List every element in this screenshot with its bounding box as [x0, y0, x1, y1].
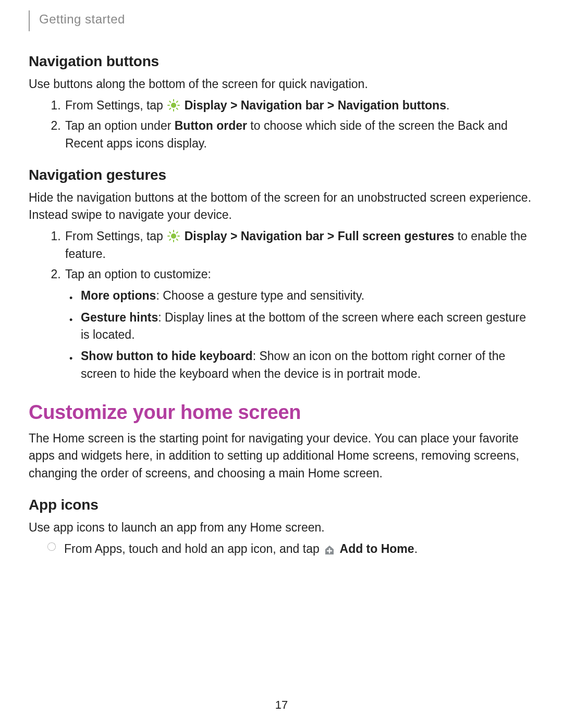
text: From Settings, tap — [65, 229, 166, 243]
app-icons-list: From Apps, touch and hold an app icon, a… — [29, 540, 534, 558]
text: From Apps, touch and hold an app icon, a… — [64, 542, 323, 556]
text: Tap an option to customize: — [65, 267, 211, 281]
bold-term: Gesture hints — [81, 311, 158, 324]
nav-gestures-steps: From Settings, tap Display > Navigation … — [29, 228, 534, 382]
page-content: Navigation buttons Use buttons along the… — [29, 51, 534, 558]
svg-line-15 — [177, 239, 178, 240]
heading-nav-buttons: Navigation buttons — [29, 51, 534, 72]
svg-line-5 — [170, 101, 171, 102]
svg-line-6 — [177, 108, 178, 109]
bold-path: Display > Navigation bar > Full screen g… — [185, 229, 455, 243]
svg-point-0 — [171, 103, 176, 108]
gesture-options-list: More options: Choose a gesture type and … — [65, 287, 534, 382]
bold-term: Button order — [175, 119, 247, 132]
text: . — [446, 98, 449, 112]
nav-buttons-step-1: From Settings, tap Display > Navigation … — [64, 97, 534, 114]
list-item: Gesture hints: Display lines at the bott… — [81, 309, 534, 344]
list-item: More options: Choose a gesture type and … — [81, 287, 534, 304]
text: From Settings, tap — [65, 98, 166, 112]
text: . — [414, 542, 418, 556]
heading-nav-gestures: Navigation gestures — [29, 165, 534, 186]
bold-term: More options — [81, 289, 156, 302]
text: : Choose a gesture type and sensitivity. — [156, 289, 364, 302]
display-settings-icon — [167, 99, 180, 112]
display-settings-icon — [167, 230, 180, 242]
nav-buttons-intro: Use buttons along the bottom of the scre… — [29, 76, 534, 93]
heading-app-icons: App icons — [29, 495, 534, 516]
svg-line-8 — [177, 101, 178, 102]
nav-gestures-step-2: Tap an option to customize: More options… — [64, 266, 534, 382]
svg-line-7 — [170, 108, 171, 109]
app-icons-intro: Use app icons to launch an app from any … — [29, 519, 534, 536]
nav-gestures-intro: Hide the navigation buttons at the botto… — [29, 189, 534, 224]
heading-customize-home: Customize your home screen — [29, 398, 534, 427]
customize-intro: The Home screen is the starting point fo… — [29, 430, 534, 482]
bold-term: Add to Home — [340, 542, 414, 556]
ring-bullet-icon — [47, 542, 56, 551]
svg-point-9 — [171, 233, 176, 239]
list-item: Show button to hide keyboard: Show an ic… — [81, 348, 534, 382]
nav-buttons-steps: From Settings, tap Display > Navigation … — [29, 97, 534, 152]
nav-gestures-step-1: From Settings, tap Display > Navigation … — [64, 228, 534, 263]
svg-line-16 — [170, 239, 171, 240]
nav-buttons-step-2: Tap an option under Button order to choo… — [64, 117, 534, 152]
page-number: 17 — [0, 697, 563, 713]
list-item: From Apps, touch and hold an app icon, a… — [64, 540, 534, 558]
add-to-home-icon — [324, 543, 335, 554]
bold-path: Display > Navigation bar > Navigation bu… — [185, 98, 446, 112]
svg-line-14 — [170, 232, 171, 233]
svg-line-17 — [177, 232, 178, 233]
text: Tap an option under — [65, 119, 175, 132]
bold-term: Show button to hide keyboard — [81, 349, 253, 363]
section-label: Getting started — [39, 10, 125, 29]
header-rule — [29, 10, 30, 31]
